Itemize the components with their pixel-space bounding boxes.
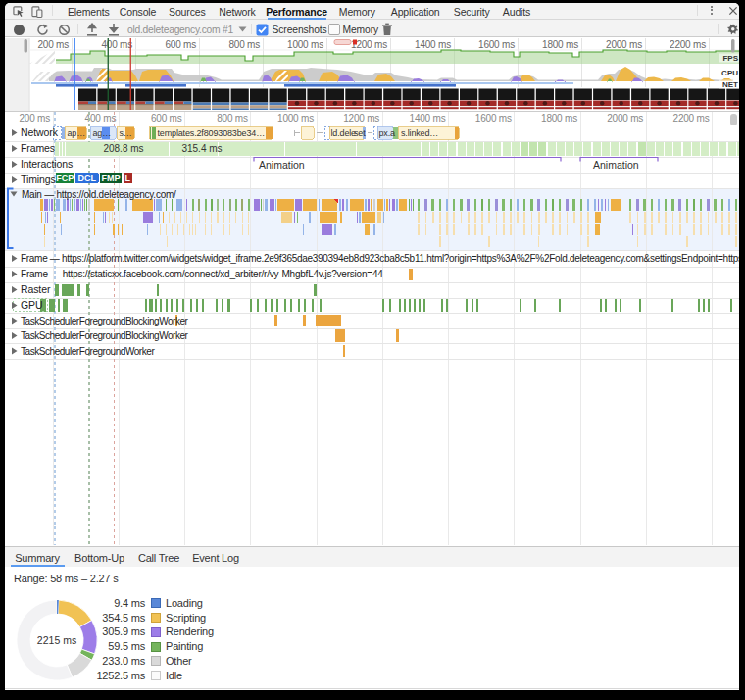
svg-text:800 ms: 800 ms [217,113,248,124]
svg-text:2200 ms: 2200 ms [670,39,706,50]
svg-text:600 ms: 600 ms [165,39,196,50]
svg-text:1000 ms: 1000 ms [287,39,323,50]
svg-text:DCL: DCL [78,174,97,183]
svg-text:set: set [354,128,366,138]
svg-text:1800 ms: 1800 ms [541,113,577,124]
svg-text:L: L [125,174,131,183]
svg-text:TaskSchedulerForegroundWorker: TaskSchedulerForegroundWorker [21,346,155,357]
svg-text:Animation: Animation [593,159,639,171]
svg-text:GPU: GPU [21,299,42,311]
svg-text:1400 ms: 1400 ms [415,39,451,50]
svg-text:TaskSchedulerForegroundBlockin: TaskSchedulerForegroundBlockingWorker [21,316,189,326]
svg-text:FMP: FMP [102,174,121,183]
svg-text:ap…: ap… [68,128,86,138]
svg-text:1600 ms: 1600 ms [478,39,515,50]
svg-text:Network: Network [21,126,59,138]
svg-text:1200 ms: 1200 ms [343,113,379,124]
svg-text:ag…: ag… [93,128,112,138]
svg-text:1800 ms: 1800 ms [542,39,578,50]
svg-text:Frames: Frames [21,142,55,154]
svg-text:px.a: px.a [379,128,396,138]
svg-text:2000 ms: 2000 ms [606,39,642,50]
svg-text:1400 ms: 1400 ms [410,113,446,124]
svg-text:ld.dele: ld.dele [331,128,357,138]
svg-text:s.linked…: s.linked… [401,128,438,138]
svg-text:NET: NET [722,80,738,89]
svg-text:2000 ms: 2000 ms [607,113,643,124]
svg-text:FPS: FPS [722,54,738,63]
svg-text:Frame — https://staticxx.faceb: Frame — https://staticxx.facebook.com/co… [21,269,383,279]
svg-text:Main — https://old.deleteagenc: Main — https://old.deleteagency.com/ [22,189,176,200]
svg-text:FCP: FCP [56,174,74,183]
svg-text:Frame — https://platform.twitt: Frame — https://platform.twitter.com/wid… [21,253,739,264]
svg-text:208.8 ms: 208.8 ms [103,143,143,154]
svg-text:800 ms: 800 ms [228,39,260,50]
svg-text:Raster: Raster [21,283,51,295]
svg-text:400 ms: 400 ms [101,39,132,50]
svg-text:Timings: Timings [21,174,56,185]
svg-text:2200 ms: 2200 ms [673,113,710,124]
svg-text:CPU: CPU [721,69,738,77]
svg-text:Interactions: Interactions [21,158,73,170]
svg-text:200 ms: 200 ms [37,39,69,50]
svg-text:1600 ms: 1600 ms [475,113,512,124]
svg-text:templates.2f8093083be34…: templates.2f8093083be34… [158,128,266,138]
svg-text:TaskSchedulerForegroundBlockin: TaskSchedulerForegroundBlockingWorker [21,330,189,341]
svg-text:Animation: Animation [259,159,305,171]
svg-text:200 ms: 200 ms [19,113,50,124]
svg-text:315.4 ms: 315.4 ms [181,143,222,154]
svg-text:600 ms: 600 ms [151,113,182,124]
svg-text:s…: s… [120,128,132,138]
svg-text:1000 ms: 1000 ms [277,113,314,124]
